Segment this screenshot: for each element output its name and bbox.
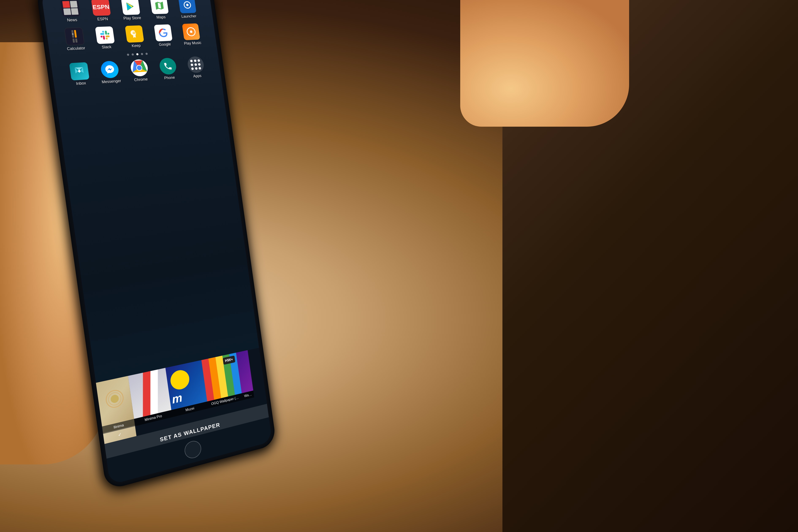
svg-rect-2 <box>133 32 136 33</box>
svg-point-11 <box>110 394 119 404</box>
dock-row: Inbox Messenger <box>62 56 211 87</box>
app-keep[interactable]: Keep <box>120 25 149 49</box>
app-slack-label: Slack <box>101 45 112 50</box>
app-messenger-label: Messenger <box>101 79 121 84</box>
app-chrome-label: Chrome <box>134 77 148 82</box>
hand-right-top <box>460 0 629 127</box>
app-inbox[interactable]: Inbox <box>64 62 95 87</box>
app-phone[interactable]: Phone <box>154 57 182 81</box>
app-messenger[interactable]: Messenger <box>95 60 125 85</box>
playmusic-icon <box>186 26 196 37</box>
app-playmusic-label: Play Music <box>184 41 202 46</box>
app-chrome[interactable]: Chrome <box>126 59 154 83</box>
app-inbox-label: Inbox <box>76 81 86 86</box>
app-google[interactable]: Google <box>150 24 177 47</box>
app-news-label: News <box>67 18 77 23</box>
chrome-icon <box>131 60 148 76</box>
phone-icon <box>163 61 173 71</box>
dot-2[interactable] <box>132 53 134 56</box>
app-grid: News ESPN ESPN <box>48 0 216 97</box>
app-phone-label: Phone <box>164 75 175 80</box>
messenger-icon <box>104 64 116 75</box>
app-calculator[interactable]: ÷ Calculator <box>60 27 90 51</box>
dot-3[interactable] <box>136 53 138 55</box>
google-icon <box>157 27 169 38</box>
keep-icon <box>129 29 140 39</box>
app-apps-label: Apps <box>193 74 202 78</box>
app-playmusic[interactable]: Play Music <box>178 23 205 46</box>
svg-rect-3 <box>133 33 135 34</box>
playstore-icon <box>125 1 136 12</box>
app-playstore[interactable]: Play Store <box>117 0 145 21</box>
app-row-2: ÷ Calculator <box>58 23 207 52</box>
app-maps-label: Maps <box>156 15 166 20</box>
dot-1[interactable] <box>127 54 129 56</box>
app-news[interactable]: News <box>56 0 86 23</box>
app-calculator-label: Calculator <box>67 46 86 51</box>
app-launcher-label: Launcher <box>181 14 197 19</box>
svg-point-1 <box>186 4 189 6</box>
maps-icon <box>153 0 165 11</box>
app-espn[interactable]: ESPN ESPN <box>87 0 116 22</box>
muzei-label: Muzei <box>185 406 195 412</box>
app-row-top: News ESPN ESPN <box>54 0 203 23</box>
app-playstore-label: Play Store <box>123 16 141 21</box>
dot-4[interactable] <box>141 53 143 55</box>
app-maps[interactable]: Maps <box>146 0 173 20</box>
ilinima-graphic <box>102 386 127 412</box>
app-espn-label: ESPN <box>97 17 109 21</box>
app-google-label: Google <box>158 42 171 47</box>
app-slack[interactable]: Slack <box>91 26 120 50</box>
slack-icon <box>99 30 111 40</box>
home-button[interactable] <box>184 439 202 460</box>
svg-point-5 <box>190 31 192 33</box>
launcher-icon <box>182 0 193 10</box>
app-launcher[interactable]: Launcher <box>174 0 201 19</box>
dot-5[interactable] <box>146 53 148 55</box>
inbox-icon <box>72 65 86 77</box>
app-keep-label: Keep <box>132 43 141 48</box>
app-apps[interactable]: Apps <box>183 56 209 79</box>
